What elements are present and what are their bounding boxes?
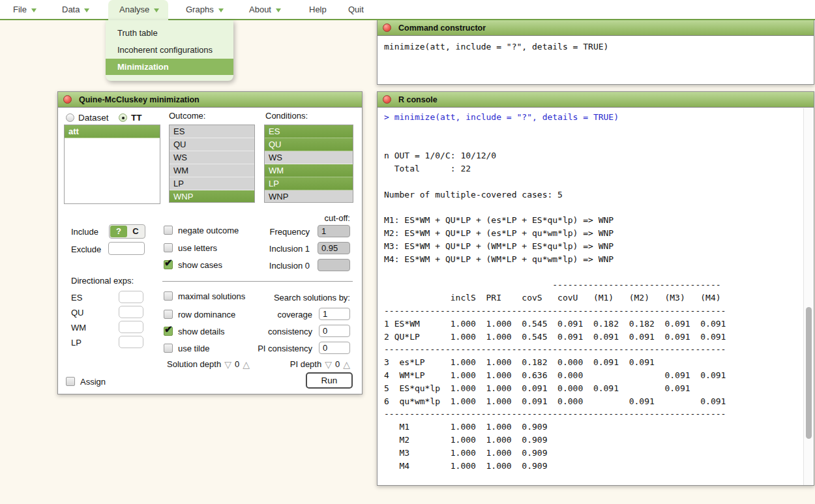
decrement-arrow-icon[interactable]: ▽ (224, 360, 231, 369)
row-dominance-label: row dominance (178, 310, 235, 319)
menu-data-label: Data (62, 5, 80, 14)
conditions-label: Conditions: (265, 111, 308, 121)
exclude-label: Exclude (71, 245, 101, 254)
increment-arrow-icon[interactable]: △ (243, 360, 250, 369)
outcome-listbox: ES QU WS WM LP WNP (169, 125, 255, 203)
caret-down-icon (218, 8, 224, 12)
qmc-title: Quine-McCluskey minimization (79, 95, 200, 104)
radio-circle-icon (66, 113, 74, 122)
condition-item[interactable]: WS (265, 151, 353, 164)
show-details-checkbox[interactable]: show details (164, 327, 225, 336)
increment-arrow-icon[interactable]: △ (343, 360, 350, 369)
inclusion0-label: Inclusion 0 (269, 261, 310, 271)
console-command-line: > minimize(att, include = "?", details =… (384, 112, 619, 122)
condition-item-selected[interactable]: ES (265, 125, 353, 138)
menu-help[interactable]: Help (309, 0, 327, 19)
menu-help-label: Help (309, 5, 327, 14)
consistency-label: consistency (268, 327, 312, 336)
pi-consistency-input[interactable] (319, 342, 350, 354)
inclusion1-input[interactable] (318, 242, 350, 254)
menu-analyse[interactable]: Analyse (119, 0, 159, 19)
command-constructor-text[interactable]: minimize(att, include = "?", details = T… (378, 36, 814, 57)
directional-qu-input[interactable] (119, 306, 143, 318)
directional-exps-label: Directional exps: (71, 276, 134, 286)
exclude-input[interactable] (108, 242, 145, 255)
outcome-item[interactable]: LP (170, 177, 254, 190)
condition-item[interactable]: WNP (265, 190, 353, 203)
use-letters-checkbox[interactable]: use letters (164, 243, 217, 253)
coverage-label: coverage (278, 310, 312, 319)
negate-outcome-checkbox[interactable]: negate outcome (164, 226, 239, 235)
include-option-question[interactable]: ? (110, 226, 127, 237)
inclusion1-label: Inclusion 1 (269, 244, 310, 254)
include-segmented-control: ? C (109, 224, 145, 239)
solution-depth-label: Solution depth (167, 359, 221, 369)
condition-item-selected[interactable]: WM (265, 164, 353, 177)
close-button[interactable] (383, 95, 391, 104)
decrement-arrow-icon[interactable]: ▽ (325, 360, 332, 369)
console-result-text: n OUT = 1/0/C: 10/12/0 Total : 22 Number… (384, 151, 726, 486)
menu-graphs[interactable]: Graphs (186, 0, 224, 19)
directional-es-input[interactable] (119, 291, 143, 303)
outcome-item[interactable]: ES (170, 125, 254, 138)
frequency-input[interactable] (318, 225, 350, 237)
checkbox-checked-icon (164, 260, 173, 269)
qmc-titlebar[interactable]: Quine-McCluskey minimization (58, 92, 362, 108)
directional-row-label: QU (71, 308, 84, 318)
assign-label: Assign (80, 377, 106, 387)
close-button[interactable] (63, 95, 72, 104)
dropdown-item-incoherent-configurations[interactable]: Incoherent configurations (106, 42, 233, 59)
radio-tt[interactable]: TT (119, 113, 142, 123)
radio-selected-icon (119, 113, 127, 122)
directional-wm-input[interactable] (119, 321, 143, 333)
outcome-item-selected[interactable]: WNP (170, 190, 254, 203)
condition-item-selected[interactable]: LP (265, 177, 353, 190)
outcome-item[interactable]: WM (170, 164, 254, 177)
row-dominance-checkbox[interactable]: row dominance (164, 310, 235, 319)
dataset-listbox: att (64, 125, 160, 204)
checkbox-icon (164, 291, 173, 301)
include-label: Include (71, 227, 98, 237)
show-cases-checkbox[interactable]: show cases (164, 260, 222, 270)
menu-about[interactable]: About (249, 0, 281, 19)
pi-depth-control: PI depth ▽ 0 △ (290, 359, 350, 369)
menu-file[interactable]: File (13, 0, 37, 19)
menu-graphs-label: Graphs (186, 5, 214, 14)
use-letters-label: use letters (178, 243, 217, 253)
inclusion0-input[interactable] (318, 259, 350, 271)
run-button[interactable]: Run (306, 372, 353, 389)
include-option-c[interactable]: C (127, 226, 144, 237)
close-button[interactable] (383, 23, 391, 32)
condition-item-selected[interactable]: QU (265, 138, 353, 151)
menu-data[interactable]: Data (62, 0, 89, 19)
dropdown-item-minimization[interactable]: Minimization (106, 59, 233, 75)
solution-depth-value: 0 (235, 359, 239, 369)
menu-about-label: About (249, 5, 271, 14)
caret-down-icon (84, 8, 89, 12)
outcome-item[interactable]: WS (170, 151, 254, 164)
negate-outcome-label: negate outcome (178, 226, 239, 235)
radio-dataset[interactable]: Dataset (66, 113, 109, 123)
show-details-label: show details (178, 327, 225, 336)
dropdown-item-truth-table[interactable]: Truth table (106, 25, 233, 42)
outcome-item[interactable]: QU (170, 138, 254, 151)
use-tilde-checkbox[interactable]: use tilde (164, 344, 209, 353)
pi-depth-label: PI depth (290, 359, 321, 369)
console-scrollbar-thumb[interactable] (806, 307, 812, 439)
radio-dataset-label: Dataset (78, 113, 109, 123)
maximal-solutions-checkbox[interactable]: maximal solutions (164, 291, 245, 301)
consistency-input[interactable] (319, 325, 350, 337)
menu-quit[interactable]: Quit (348, 0, 364, 19)
coverage-input[interactable] (319, 308, 350, 320)
r-console-title: R console (398, 95, 437, 104)
r-console-titlebar[interactable]: R console (378, 92, 814, 108)
dataset-item-att[interactable]: att (65, 125, 160, 138)
command-constructor-titlebar[interactable]: Command constructor (378, 20, 814, 36)
assign-checkbox[interactable]: Assign (66, 377, 106, 387)
checkbox-icon (66, 377, 75, 386)
directional-lp-input[interactable] (119, 336, 143, 348)
console-scrollbar[interactable] (803, 108, 813, 485)
directional-row-label: WM (71, 323, 86, 333)
qmc-minimization-window: Quine-McCluskey minimization Dataset TT … (57, 91, 363, 394)
console-output: > minimize(att, include = "?", details =… (378, 108, 814, 486)
